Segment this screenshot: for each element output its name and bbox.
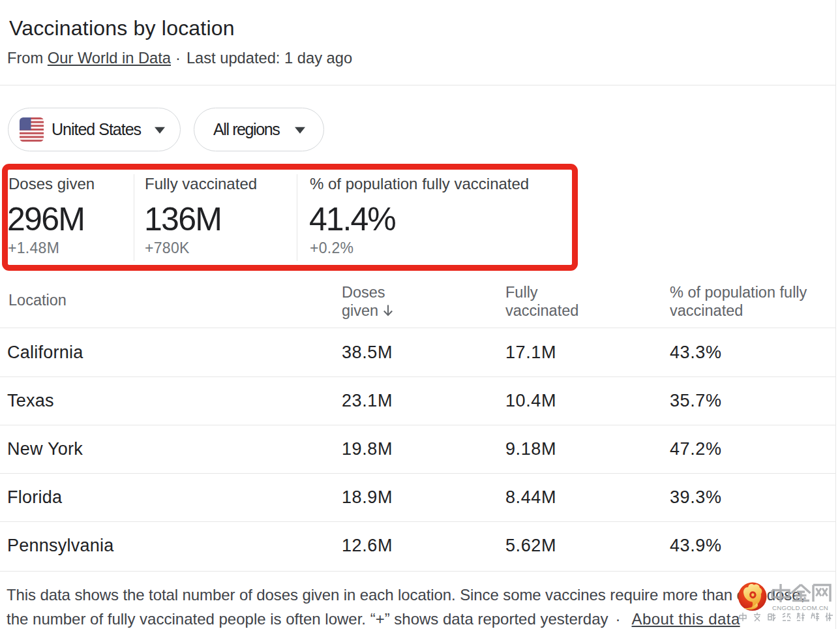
svg-text:CNGOLD.COM.CN: CNGOLD.COM.CN: [772, 604, 828, 611]
